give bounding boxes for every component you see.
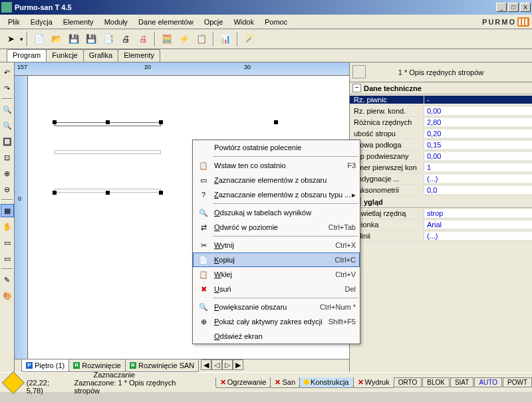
lt-draw[interactable]: ✎ <box>1 273 14 286</box>
status-cell[interactable]: SIAT <box>450 377 473 387</box>
prop-row[interactable]: umer pierwszej kon1 <box>350 162 532 173</box>
prop-section[interactable]: Dane techniczne <box>350 82 532 94</box>
prop-row[interactable]: p linii(...) <box>350 231 532 242</box>
brand-icon <box>517 17 529 27</box>
tab-elementy[interactable]: Elementy <box>118 49 160 62</box>
ctx-item[interactable]: ⇄Odwróć w poziomieCtrl+Tab <box>193 220 360 235</box>
prop-value[interactable]: (...) <box>424 175 532 183</box>
status-cell[interactable]: POWT <box>503 377 532 387</box>
prop-value[interactable]: - <box>424 96 532 104</box>
lt-redo[interactable]: ↷ <box>1 82 14 95</box>
prop-row[interactable]: zcionkaArial <box>350 219 532 231</box>
ctx-item[interactable]: ?Zaznaczanie elementów z obszaru typu ..… <box>193 187 360 202</box>
menu-plik[interactable]: Plik <box>3 17 25 27</box>
tb-saveall[interactable]: 💾 <box>83 31 99 47</box>
lt-undo[interactable]: ↶ <box>1 66 14 79</box>
brand-logo: PURMO <box>482 17 529 27</box>
lt-zoomplus[interactable]: ⊕ <box>1 167 14 180</box>
ctx-item[interactable]: Odśwież ekran <box>193 329 360 344</box>
tb-flash[interactable]: ⚡ <box>176 31 192 47</box>
prop-value[interactable]: strop <box>424 209 532 217</box>
maximize-button[interactable]: □ <box>508 3 519 12</box>
pointer-tool[interactable]: ➤ <box>3 31 19 47</box>
menu-edycja[interactable]: Edycja <box>25 17 58 27</box>
ctx-item[interactable]: ⊕Pokaż cały aktywny zakres edycjiShift+F… <box>193 314 360 329</box>
ctx-item[interactable]: 🔍Powiększanie obszaruCtrl+Num * <box>193 300 360 314</box>
lt-select[interactable]: ▭ <box>1 236 14 249</box>
lt-grid[interactable]: ▦ <box>1 204 14 217</box>
tb-wiz[interactable]: 🪄 <box>241 31 257 47</box>
ctx-item[interactable]: 📋Wstaw ten co ostatnioF3 <box>193 158 360 173</box>
tb-print[interactable]: 🖨 <box>118 31 134 47</box>
menu-dane elementów[interactable]: Dane elementów <box>133 17 199 27</box>
ctx-item[interactable]: 📄KopiujCtrl+C <box>193 252 360 267</box>
sheet-tab[interactable]: R Rozwinięcie SAN <box>125 359 199 372</box>
tb-save[interactable]: 💾 <box>66 31 82 47</box>
lt-zoomarea[interactable]: 🔲 <box>1 135 14 148</box>
tb-list[interactable]: 📋 <box>194 31 209 47</box>
scroll-btn[interactable]: ◁ <box>211 359 222 370</box>
prop-value[interactable]: 0,00 <box>424 107 532 115</box>
prop-value[interactable]: 0,00 <box>424 152 532 160</box>
menu-opcje[interactable]: Opcje <box>199 17 229 27</box>
tb-copy[interactable]: 📑 <box>100 31 116 47</box>
menu-widok[interactable]: Widok <box>228 17 259 27</box>
tab-program[interactable]: Program <box>7 49 47 62</box>
scroll-btn[interactable]: ▷ <box>222 359 233 370</box>
prop-row[interactable]: Rz. piwnic- <box>350 94 532 106</box>
ctx-item[interactable]: ✖UsuńDel <box>193 282 360 296</box>
prop-row[interactable]: rop podwieszany0,00 <box>350 151 532 162</box>
status-cell[interactable]: BLOK <box>422 377 450 387</box>
prop-row[interactable]: ondygnacje ...(...) <box>350 173 532 185</box>
lt-color[interactable]: 🎨 <box>1 289 14 302</box>
prop-value[interactable]: 1 <box>424 163 532 171</box>
ctx-item[interactable]: 🔍Odszukaj w tabelach wyników <box>193 205 360 220</box>
minimize-button[interactable]: _ <box>496 3 507 12</box>
prop-section[interactable]: ygląd <box>350 196 532 208</box>
ctx-item[interactable]: ✂WytnijCtrl+X <box>193 238 360 252</box>
ctx-item[interactable]: ▭Zaznaczanie elementów z obszaru <box>193 173 360 187</box>
sheet-tab[interactable]: P Piętro (1) <box>21 359 69 372</box>
tb-print2[interactable]: 🖨 <box>135 31 151 47</box>
menu-elementy[interactable]: Elementy <box>58 17 99 27</box>
lt-pan[interactable]: ✋ <box>1 220 14 233</box>
prop-row[interactable]: Rz. pierw. kond.0,00 <box>350 106 532 117</box>
status-tab[interactable]: Konstrukcja <box>299 377 353 388</box>
tb-calc[interactable]: 🧮 <box>159 31 175 47</box>
prop-value[interactable]: 2,80 <box>424 118 532 126</box>
menu-pomoc[interactable]: Pomoc <box>259 17 293 27</box>
prop-value[interactable]: 0,0 <box>424 186 532 194</box>
lt-zoomminus[interactable]: ⊖ <box>1 183 14 196</box>
status-tab[interactable]: ✕San <box>270 377 300 388</box>
status-cell[interactable]: AUTO <box>474 377 502 387</box>
status-tab[interactable]: ✕Wydruk <box>353 377 394 388</box>
status-tab[interactable]: ✕Ogrzewanie <box>215 377 271 388</box>
tb-chart[interactable]: 📊 <box>217 31 233 47</box>
prop-value[interactable]: Arial <box>424 221 532 229</box>
prop-row[interactable]: l aksonometrii0,0 <box>350 185 532 196</box>
window-title: Purmo-san T 4.5 <box>15 3 496 11</box>
prop-value[interactable]: (...) <box>424 232 532 240</box>
prop-row[interactable]: ubość stropu0,20 <box>350 128 532 140</box>
menu-moduły[interactable]: Moduły <box>99 17 133 27</box>
status-cell[interactable]: ORTO <box>394 377 422 387</box>
prop-row[interactable]: yświetlaj rzędnąstrop <box>350 208 532 219</box>
lt-zoomin[interactable]: 🔍 <box>1 103 14 116</box>
tb-open[interactable]: 📂 <box>49 31 65 47</box>
ctx-item[interactable]: Powtórz ostatnie polecenie <box>193 140 360 155</box>
prop-value[interactable]: 0,15 <box>424 141 532 149</box>
tb-new[interactable]: 📄 <box>31 31 47 47</box>
lt-zoomout[interactable]: 🔍 <box>1 119 14 132</box>
scroll-btn[interactable]: ▶ <box>233 359 243 370</box>
sheet-tab[interactable]: R Rozwinięcie <box>68 359 126 372</box>
lt-zoomfit[interactable]: ⊡ <box>1 151 14 164</box>
tab-grafika[interactable]: Grafika <box>83 49 118 62</box>
lt-select2[interactable]: ▭ <box>1 252 14 265</box>
close-button[interactable]: X <box>520 3 531 12</box>
scroll-btn[interactable]: ◀ <box>201 359 211 370</box>
prop-row[interactable]: otowa podłoga0,15 <box>350 140 532 151</box>
prop-value[interactable]: 0,20 <box>424 130 532 138</box>
tab-funkcje[interactable]: Funkcje <box>46 49 84 62</box>
ctx-item[interactable]: 📋WklejCtrl+V <box>193 267 360 282</box>
prop-row[interactable]: Różnica rzędnych2,80 <box>350 117 532 128</box>
